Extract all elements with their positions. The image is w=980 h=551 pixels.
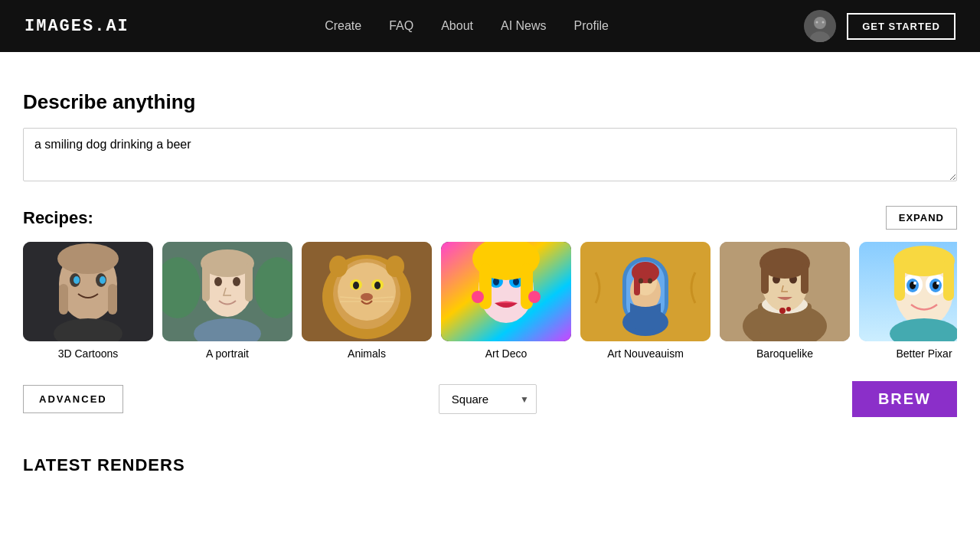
nav-ai-news[interactable]: AI News <box>501 19 547 33</box>
recipe-card-animals[interactable]: Animals <box>302 242 432 360</box>
recipes-label: Recipes: <box>23 208 93 228</box>
recipe-name-portrait: A portrait <box>162 347 292 360</box>
svg-point-82 <box>913 282 916 285</box>
svg-rect-57 <box>634 272 640 295</box>
svg-rect-48 <box>521 263 533 309</box>
main-content: Describe anything a smiling dog drinking… <box>8 52 972 498</box>
svg-point-31 <box>353 282 359 289</box>
navbar: IMAGES.AI Create FAQ About AI News Profi… <box>0 0 980 52</box>
recipe-name-art-deco: Art Deco <box>441 347 571 360</box>
svg-point-58 <box>639 279 643 284</box>
site-logo[interactable]: IMAGES.AI <box>24 17 129 36</box>
latest-renders-heading: LATEST RENDERS <box>23 455 957 475</box>
svg-point-39 <box>386 256 404 277</box>
svg-rect-71 <box>801 263 808 294</box>
expand-button[interactable]: EXPAND <box>886 206 957 230</box>
navbar-right: GET STARTED <box>804 10 956 42</box>
svg-rect-12 <box>59 284 68 315</box>
svg-rect-47 <box>479 263 492 309</box>
recipe-name-3d-cartoons: 3D Cartoons <box>23 347 153 360</box>
get-started-button[interactable]: GET STARTED <box>847 13 956 40</box>
recipe-name-art-nouveau: Art Nouveauism <box>580 347 710 360</box>
svg-point-33 <box>361 293 373 301</box>
svg-point-19 <box>214 277 222 286</box>
svg-rect-86 <box>943 259 954 301</box>
svg-point-11 <box>57 243 119 274</box>
nav-links: Create FAQ About AI News Profile <box>325 19 609 33</box>
recipe-card-art-deco[interactable]: Art Deco <box>441 242 571 360</box>
svg-point-3 <box>816 21 818 24</box>
nav-about[interactable]: About <box>441 19 473 33</box>
recipe-card-3d-cartoons[interactable]: 3D Cartoons <box>23 242 153 360</box>
recipe-name-baroque: Baroquelike <box>720 347 850 360</box>
svg-point-1 <box>814 17 826 29</box>
latest-renders-section: LATEST RENDERS <box>23 455 957 498</box>
svg-point-83 <box>936 282 939 285</box>
svg-point-72 <box>779 308 786 314</box>
bottom-controls: ADVANCED Square Portrait Landscape ▼ BRE… <box>23 381 957 417</box>
nav-create[interactable]: Create <box>325 19 361 33</box>
recipes-row: 3D Cartoons <box>23 242 957 360</box>
svg-point-49 <box>472 291 484 303</box>
nav-faq[interactable]: FAQ <box>389 19 413 33</box>
avatar[interactable] <box>804 10 836 42</box>
svg-point-4 <box>822 21 825 24</box>
nav-profile[interactable]: Profile <box>574 19 609 33</box>
shape-select[interactable]: Square Portrait Landscape <box>439 384 537 414</box>
brew-button[interactable]: BREW <box>852 381 957 417</box>
shape-select-wrapper[interactable]: Square Portrait Landscape ▼ <box>439 384 537 414</box>
recipe-card-baroque[interactable]: Baroquelike <box>720 242 850 360</box>
svg-point-50 <box>528 291 541 303</box>
svg-point-73 <box>786 307 791 311</box>
svg-rect-23 <box>245 263 253 302</box>
svg-point-32 <box>374 282 381 289</box>
recipe-card-better-pixar[interactable]: Better Pixar <box>859 242 957 360</box>
svg-rect-22 <box>202 263 210 302</box>
recipe-card-art-nouveau[interactable]: Art Nouveauism <box>580 242 710 360</box>
recipe-name-better-pixar: Better Pixar <box>859 347 957 360</box>
svg-point-10 <box>100 276 106 284</box>
recipe-name-animals: Animals <box>302 347 432 360</box>
recipe-card-portrait[interactable]: A portrait <box>162 242 292 360</box>
advanced-button[interactable]: ADVANCED <box>23 385 123 413</box>
svg-rect-70 <box>761 263 769 294</box>
prompt-input[interactable]: a smiling dog drinking a beer <box>23 128 957 181</box>
svg-point-59 <box>648 279 652 284</box>
svg-point-20 <box>233 277 240 286</box>
describe-heading: Describe anything <box>23 90 957 114</box>
svg-point-38 <box>329 256 348 277</box>
svg-rect-85 <box>894 259 905 301</box>
recipes-header: Recipes: EXPAND <box>23 206 957 230</box>
svg-rect-13 <box>108 284 117 315</box>
svg-point-9 <box>74 276 80 284</box>
